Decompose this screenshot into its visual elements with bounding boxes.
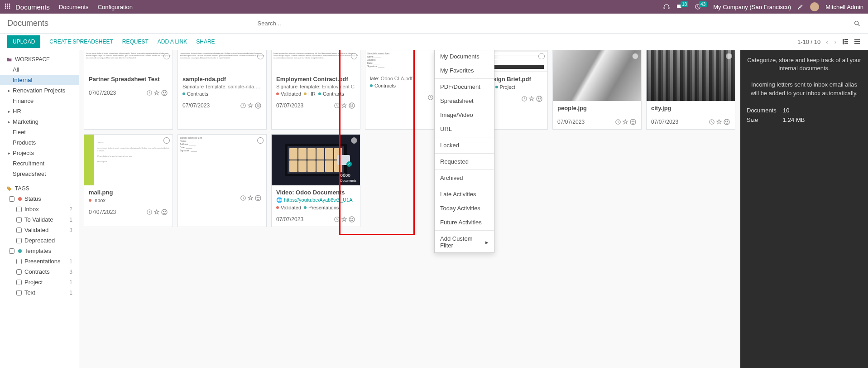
clock-icon[interactable] — [615, 119, 621, 125]
face-icon[interactable] — [348, 102, 355, 109]
star-icon[interactable] — [153, 90, 160, 96]
clock-icon[interactable] — [146, 209, 153, 215]
tag-item-project[interactable]: Project1 — [0, 277, 79, 287]
sidebar-item-internal[interactable]: Internal — [0, 75, 79, 85]
card-thumbnail[interactable] — [647, 50, 735, 101]
checkbox[interactable] — [16, 217, 22, 223]
filter-archived[interactable]: Archived — [435, 171, 494, 185]
document-card[interactable]: Lorem ipsum dolor sit amet, consectetur … — [84, 50, 173, 130]
tag-item-presentations[interactable]: Presentations1 — [0, 256, 79, 266]
checkbox[interactable] — [16, 228, 22, 233]
checkbox[interactable] — [16, 238, 22, 243]
select-circle[interactable] — [257, 137, 264, 144]
filter-late-activities[interactable]: Late Activities — [435, 187, 494, 201]
document-card[interactable]: odooDocumentsVideo: Odoo Documents🌐 http… — [271, 134, 360, 227]
menu-configuration[interactable]: Configuration — [98, 4, 133, 10]
select-circle[interactable] — [257, 53, 264, 59]
filter-today-activities[interactable]: Today Activities — [435, 201, 494, 215]
face-icon[interactable] — [254, 102, 262, 109]
checkbox[interactable] — [9, 248, 14, 254]
checkbox[interactable] — [16, 280, 22, 285]
star-icon[interactable] — [247, 102, 254, 109]
create-spreadsheet-button[interactable]: CREATE SPREADSHEET — [49, 39, 113, 45]
clock-icon[interactable] — [334, 216, 340, 223]
tag-item-inbox[interactable]: Inbox2 — [0, 204, 79, 214]
card-thumbnail[interactable] — [553, 50, 641, 101]
star-icon[interactable] — [622, 119, 628, 125]
document-card[interactable]: Lorem ipsum dolor sit amet, consectetur … — [271, 50, 360, 130]
checkbox[interactable] — [16, 207, 22, 212]
sidebar-item-hr[interactable]: ▸HR — [0, 106, 79, 116]
select-circle[interactable] — [632, 53, 638, 59]
sidebar-item-fleet[interactable]: Fleet — [0, 127, 79, 137]
sidebar-item-products[interactable]: Products — [0, 137, 79, 148]
sidebar-item-all[interactable]: All — [0, 64, 79, 75]
view-list-icon[interactable] — [854, 38, 861, 45]
select-circle[interactable] — [163, 53, 170, 59]
tag-item-contracts[interactable]: Contracts3 — [0, 266, 79, 277]
face-icon[interactable] — [254, 194, 262, 202]
tag-item-to-validate[interactable]: To Validate1 — [0, 214, 79, 225]
add-link-button[interactable]: ADD A LINK — [158, 39, 187, 45]
filter-my-favorites[interactable]: My Favorites — [435, 63, 494, 77]
filter-my-documents[interactable]: My Documents — [435, 50, 494, 63]
sidebar-item-spreadsheet[interactable]: Spreadsheet — [0, 169, 79, 179]
sidebar-item-marketing[interactable]: ▸Marketing — [0, 116, 79, 127]
star-icon[interactable] — [528, 96, 535, 102]
sidebar-item-projects[interactable]: ▸Projects — [0, 148, 79, 158]
face-icon[interactable] — [629, 118, 637, 126]
view-kanban-icon[interactable] — [842, 38, 849, 45]
tag-item-text[interactable]: Text1 — [0, 287, 79, 298]
pager-prev[interactable]: ‹ — [825, 39, 829, 45]
company-switcher[interactable]: My Company (San Francisco) — [713, 4, 791, 10]
select-circle[interactable] — [163, 137, 170, 144]
checkbox[interactable] — [16, 269, 22, 275]
sidebar-item-recruitment[interactable]: Recruitment — [0, 158, 79, 169]
filter-requested[interactable]: Requested — [435, 155, 494, 169]
activities-icon[interactable]: 43 — [695, 4, 707, 10]
star-icon[interactable] — [247, 195, 254, 201]
search-input[interactable] — [258, 17, 611, 29]
app-title[interactable]: Documents — [15, 3, 50, 11]
document-card[interactable]: people.jpg07/07/2023 — [552, 50, 642, 130]
clock-icon[interactable] — [146, 90, 153, 96]
select-circle[interactable] — [538, 53, 545, 59]
document-card[interactable]: city.jpg07/07/2023 — [646, 50, 735, 130]
clock-icon[interactable] — [521, 96, 528, 102]
pager-next[interactable]: › — [834, 39, 837, 45]
share-button[interactable]: SHARE — [196, 39, 215, 45]
avatar[interactable] — [810, 2, 819, 11]
upload-button[interactable]: UPLOAD — [7, 35, 40, 48]
filter-pdf-document[interactable]: PDF/Document — [435, 80, 494, 94]
discuss-icon[interactable]: 18 — [676, 4, 688, 10]
card-link[interactable]: 🌐 https://youtu.be/Ayab6wZ_U1A — [276, 197, 355, 203]
request-button[interactable]: REQUEST — [122, 39, 149, 45]
checkbox[interactable] — [16, 259, 22, 264]
card-thumbnail[interactable]: Sample business formName: _____Address: … — [178, 135, 266, 185]
filter-spreadsheet[interactable]: Spreadsheet — [435, 94, 494, 108]
search-icon[interactable] — [854, 20, 861, 27]
filter-add-custom[interactable]: Add Custom Filter▸ — [435, 232, 494, 252]
tag-group-templates[interactable]: Templates — [0, 246, 79, 256]
pager[interactable]: 1-10 / 10 — [797, 39, 820, 45]
star-icon[interactable] — [341, 102, 347, 109]
user-name[interactable]: Mitchell Admin — [825, 4, 863, 10]
filter-url[interactable]: URL — [435, 122, 494, 136]
filter-image-video[interactable]: Image/Video — [435, 108, 494, 122]
select-circle[interactable] — [351, 137, 357, 144]
document-card[interactable]: Dear Sir,Lorem ipsum dolor sit amet, con… — [84, 134, 173, 227]
star-icon[interactable] — [716, 119, 722, 125]
star-icon[interactable] — [153, 209, 160, 215]
card-thumbnail[interactable]: Lorem ipsum dolor sit amet, consectetur … — [84, 50, 173, 72]
sidebar-item-renovation-projects[interactable]: ▸Renovation Projects — [0, 85, 79, 96]
face-icon[interactable] — [723, 118, 730, 126]
tag-item-validated[interactable]: Validated3 — [0, 225, 79, 235]
filter-future-activities[interactable]: Future Activities — [435, 215, 494, 229]
checkbox[interactable] — [16, 290, 22, 295]
debug-icon[interactable] — [797, 4, 804, 10]
tag-group-status[interactable]: Status — [0, 194, 79, 204]
clock-icon[interactable] — [240, 195, 246, 201]
checkbox[interactable] — [9, 196, 14, 202]
star-icon[interactable] — [341, 216, 347, 223]
clock-icon[interactable] — [334, 102, 340, 109]
